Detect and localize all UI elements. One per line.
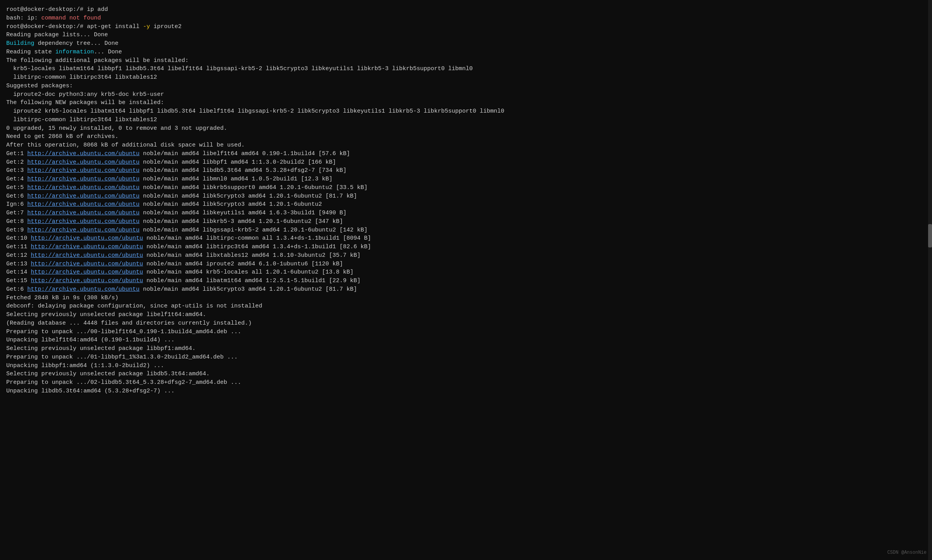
terminal-line: Fetched 2848 kB in 9s (308 kB/s) bbox=[6, 294, 926, 302]
terminal-line: Building dependency tree... Done bbox=[6, 39, 926, 48]
terminal-line: Need to get 2868 kB of archives. bbox=[6, 132, 926, 141]
terminal-line: The following NEW packages will be insta… bbox=[6, 99, 926, 107]
terminal-line: 0 upgraded, 15 newly installed, 0 to rem… bbox=[6, 124, 926, 133]
terminal-line: Selecting previously unselected package … bbox=[6, 370, 926, 378]
terminal-line: Get:1 http://archive.ubuntu.com/ubuntu n… bbox=[6, 150, 926, 158]
terminal-line: Reading package lists... Done bbox=[6, 31, 926, 39]
terminal-line: Suggested packages: bbox=[6, 82, 926, 90]
terminal-line: bash: ip: command not found bbox=[6, 14, 926, 23]
terminal-line: After this operation, 8068 kB of additio… bbox=[6, 141, 926, 150]
terminal-line: Get:9 http://archive.ubuntu.com/ubuntu n… bbox=[6, 226, 926, 235]
terminal-line: Preparing to unpack .../01-libbpf1_1%3a1… bbox=[6, 353, 926, 362]
terminal-line: Get:6 http://archive.ubuntu.com/ubuntu n… bbox=[6, 192, 926, 201]
terminal-line: Unpacking libdb5.3t64:amd64 (5.3.28+dfsg… bbox=[6, 387, 926, 396]
scrollbar-thumb[interactable] bbox=[928, 224, 932, 247]
terminal: root@docker-desktop:/# ip addbash: ip: c… bbox=[5, 3, 927, 398]
terminal-line: Get:12 http://archive.ubuntu.com/ubuntu … bbox=[6, 251, 926, 260]
terminal-line: Get:13 http://archive.ubuntu.com/ubuntu … bbox=[6, 260, 926, 269]
terminal-line: Get:14 http://archive.ubuntu.com/ubuntu … bbox=[6, 268, 926, 277]
terminal-line: debconf: delaying package configuration,… bbox=[6, 302, 926, 311]
terminal-line: Get:2 http://archive.ubuntu.com/ubuntu n… bbox=[6, 158, 926, 167]
terminal-line: Get:7 http://archive.ubuntu.com/ubuntu n… bbox=[6, 209, 926, 217]
terminal-line: Get:15 http://archive.ubuntu.com/ubuntu … bbox=[6, 277, 926, 285]
terminal-line: Selecting previously unselected package … bbox=[6, 344, 926, 353]
watermark-text: CSDN @AnsonNie bbox=[887, 549, 927, 556]
terminal-line: Preparing to unpack .../02-libdb5.3t64_5… bbox=[6, 378, 926, 387]
terminal-line: Ign:6 http://archive.ubuntu.com/ubuntu n… bbox=[6, 200, 926, 209]
terminal-line: Get:6 http://archive.ubuntu.com/ubuntu n… bbox=[6, 285, 926, 294]
terminal-line: Get:3 http://archive.ubuntu.com/ubuntu n… bbox=[6, 166, 926, 175]
terminal-line: libtirpc-common libtirpc3t64 libxtables1… bbox=[6, 73, 926, 82]
terminal-line: root@docker-desktop:/# apt-get install -… bbox=[6, 23, 926, 31]
terminal-line: (Reading database ... 4448 files and dir… bbox=[6, 319, 926, 328]
terminal-line: libtirpc-common libtirpc3t64 libxtables1… bbox=[6, 116, 926, 124]
scrollbar[interactable] bbox=[928, 0, 932, 560]
terminal-line: Unpacking libelf1t64:amd64 (0.190-1.1bui… bbox=[6, 336, 926, 344]
terminal-line: Unpacking libbpf1:amd64 (1:1.3.0-2build2… bbox=[6, 362, 926, 370]
terminal-line: Get:5 http://archive.ubuntu.com/ubuntu n… bbox=[6, 184, 926, 192]
terminal-line: Reading state information... Done bbox=[6, 48, 926, 57]
terminal-line: Get:10 http://archive.ubuntu.com/ubuntu … bbox=[6, 234, 926, 243]
terminal-line: The following additional packages will b… bbox=[6, 57, 926, 65]
terminal-line: Preparing to unpack .../00-libelf1t64_0.… bbox=[6, 328, 926, 336]
terminal-line: Get:8 http://archive.ubuntu.com/ubuntu n… bbox=[6, 217, 926, 226]
terminal-line: Get:4 http://archive.ubuntu.com/ubuntu n… bbox=[6, 175, 926, 184]
terminal-line: iproute2-doc python3:any krb5-doc krb5-u… bbox=[6, 90, 926, 99]
terminal-line: krb5-locales libatm1t64 libbpf1 libdb5.3… bbox=[6, 65, 926, 73]
terminal-line: iproute2 krb5-locales libatm1t64 libbpf1… bbox=[6, 107, 926, 116]
terminal-line: Get:11 http://archive.ubuntu.com/ubuntu … bbox=[6, 243, 926, 251]
terminal-line: root@docker-desktop:/# ip add bbox=[6, 5, 926, 14]
terminal-line: Selecting previously unselected package … bbox=[6, 311, 926, 319]
